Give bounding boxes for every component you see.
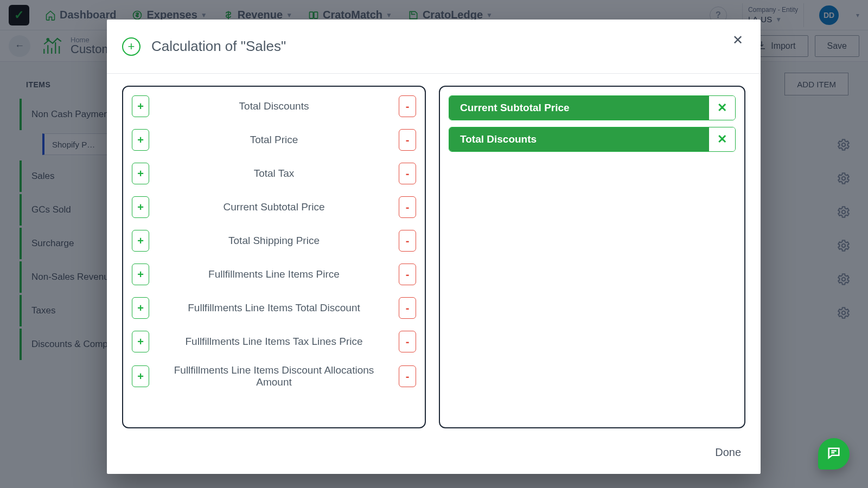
modal-footer: Done: [107, 431, 761, 474]
selected-chip: Current Subtotal Price ✕: [449, 95, 736, 120]
selected-fields-panel: Current Subtotal Price ✕ Total Discounts…: [439, 86, 745, 428]
close-icon[interactable]: ✕: [732, 34, 743, 47]
selected-chip: Total Discounts ✕: [449, 127, 736, 152]
subtract-button[interactable]: -: [399, 163, 416, 184]
modal-body: + Total Discounts - + Total Price - + To…: [107, 74, 761, 431]
chat-fab[interactable]: [818, 438, 850, 470]
selected-chip-label: Current Subtotal Price: [449, 96, 709, 120]
add-button[interactable]: +: [132, 297, 149, 319]
remove-chip-button[interactable]: ✕: [709, 96, 735, 120]
subtract-button[interactable]: -: [399, 129, 416, 151]
plus-circle-icon: +: [122, 37, 141, 56]
selected-chip-label: Total Discounts: [449, 127, 709, 151]
subtract-button[interactable]: -: [399, 95, 416, 117]
add-button[interactable]: +: [132, 331, 149, 352]
available-fields-panel: + Total Discounts - + Total Price - + To…: [122, 86, 426, 428]
subtract-button[interactable]: -: [399, 196, 416, 218]
calc-field-label: Total Shipping Price: [157, 235, 391, 247]
calc-row: + Fullfillments Line Items Discount Allo…: [129, 364, 419, 388]
calculation-modal: ✕ + Calculation of "Sales" + Total Disco…: [107, 20, 761, 474]
add-button[interactable]: +: [132, 365, 149, 387]
calc-row: + Current Subtotal Price -: [129, 196, 419, 218]
subtract-button[interactable]: -: [399, 264, 416, 285]
chat-icon: [826, 445, 841, 463]
add-button[interactable]: +: [132, 95, 149, 117]
subtract-button[interactable]: -: [399, 331, 416, 352]
calc-field-label: Fullfillments Line Items Discount Alloca…: [157, 364, 391, 388]
remove-chip-button[interactable]: ✕: [709, 127, 735, 151]
calc-row: + Total Discounts -: [129, 95, 419, 117]
done-button[interactable]: Done: [715, 446, 741, 459]
calc-row: + Total Tax -: [129, 163, 419, 184]
calc-field-label: Current Subtotal Price: [157, 201, 391, 213]
add-button[interactable]: +: [132, 264, 149, 285]
subtract-button[interactable]: -: [399, 365, 416, 387]
subtract-button[interactable]: -: [399, 297, 416, 319]
add-button[interactable]: +: [132, 230, 149, 252]
subtract-button[interactable]: -: [399, 230, 416, 252]
add-button[interactable]: +: [132, 196, 149, 218]
calc-row: + Fullfillments Line Items Tax Lines Pri…: [129, 331, 419, 352]
calc-row: + Total Price -: [129, 129, 419, 151]
calc-field-label: Fullfillments Line Items Pirce: [157, 268, 391, 280]
calc-field-label: Fullfillments Line Items Tax Lines Price: [157, 336, 391, 348]
add-button[interactable]: +: [132, 129, 149, 151]
add-button[interactable]: +: [132, 163, 149, 184]
calc-field-label: Total Tax: [157, 168, 391, 179]
calc-row: + Fullfillments Line Items Total Discoun…: [129, 297, 419, 319]
calc-field-label: Total Discounts: [157, 100, 391, 112]
modal-header: + Calculation of "Sales": [107, 20, 761, 74]
calc-field-label: Fullfillments Line Items Total Discount: [157, 302, 391, 314]
calc-field-label: Total Price: [157, 134, 391, 146]
modal-title: Calculation of "Sales": [151, 38, 286, 55]
calc-row: + Total Shipping Price -: [129, 230, 419, 252]
calc-row: + Fullfillments Line Items Pirce -: [129, 264, 419, 285]
